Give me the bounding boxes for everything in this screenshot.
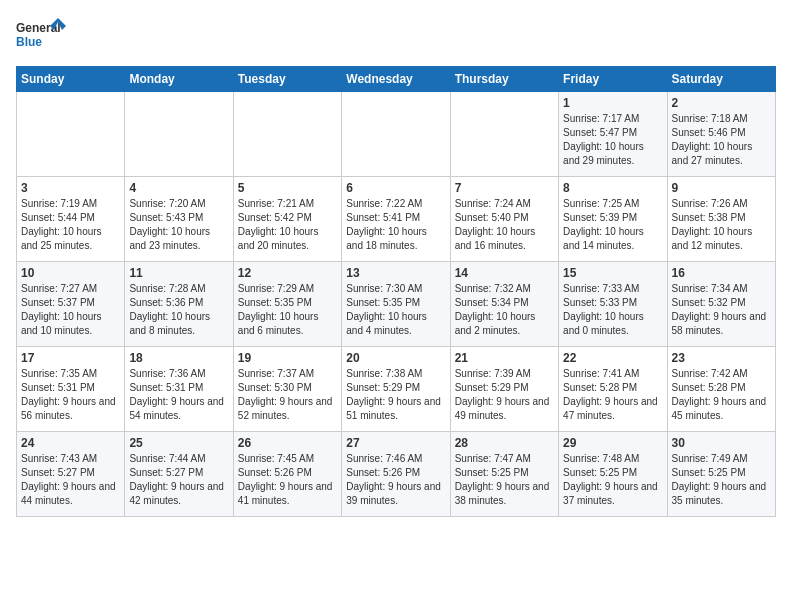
calendar-cell: 9Sunrise: 7:26 AM Sunset: 5:38 PM Daylig… (667, 177, 775, 262)
calendar-cell: 29Sunrise: 7:48 AM Sunset: 5:25 PM Dayli… (559, 432, 667, 517)
day-info: Sunrise: 7:45 AM Sunset: 5:26 PM Dayligh… (238, 452, 337, 508)
day-info: Sunrise: 7:24 AM Sunset: 5:40 PM Dayligh… (455, 197, 554, 253)
calendar-cell: 19Sunrise: 7:37 AM Sunset: 5:30 PM Dayli… (233, 347, 341, 432)
week-row-5: 24Sunrise: 7:43 AM Sunset: 5:27 PM Dayli… (17, 432, 776, 517)
day-info: Sunrise: 7:39 AM Sunset: 5:29 PM Dayligh… (455, 367, 554, 423)
day-number: 6 (346, 181, 445, 195)
weekday-header-tuesday: Tuesday (233, 67, 341, 92)
day-number: 9 (672, 181, 771, 195)
day-number: 18 (129, 351, 228, 365)
calendar-table: SundayMondayTuesdayWednesdayThursdayFrid… (16, 66, 776, 517)
logo: General Blue (16, 16, 66, 58)
day-number: 14 (455, 266, 554, 280)
day-info: Sunrise: 7:41 AM Sunset: 5:28 PM Dayligh… (563, 367, 662, 423)
day-number: 10 (21, 266, 120, 280)
weekday-header-thursday: Thursday (450, 67, 558, 92)
calendar-cell: 17Sunrise: 7:35 AM Sunset: 5:31 PM Dayli… (17, 347, 125, 432)
calendar-cell: 18Sunrise: 7:36 AM Sunset: 5:31 PM Dayli… (125, 347, 233, 432)
day-info: Sunrise: 7:38 AM Sunset: 5:29 PM Dayligh… (346, 367, 445, 423)
day-info: Sunrise: 7:48 AM Sunset: 5:25 PM Dayligh… (563, 452, 662, 508)
weekday-header-friday: Friday (559, 67, 667, 92)
day-info: Sunrise: 7:44 AM Sunset: 5:27 PM Dayligh… (129, 452, 228, 508)
day-info: Sunrise: 7:29 AM Sunset: 5:35 PM Dayligh… (238, 282, 337, 338)
day-info: Sunrise: 7:37 AM Sunset: 5:30 PM Dayligh… (238, 367, 337, 423)
day-number: 3 (21, 181, 120, 195)
day-info: Sunrise: 7:27 AM Sunset: 5:37 PM Dayligh… (21, 282, 120, 338)
calendar-cell: 20Sunrise: 7:38 AM Sunset: 5:29 PM Dayli… (342, 347, 450, 432)
day-number: 25 (129, 436, 228, 450)
day-number: 17 (21, 351, 120, 365)
calendar-cell: 22Sunrise: 7:41 AM Sunset: 5:28 PM Dayli… (559, 347, 667, 432)
calendar-cell: 26Sunrise: 7:45 AM Sunset: 5:26 PM Dayli… (233, 432, 341, 517)
day-number: 22 (563, 351, 662, 365)
day-number: 20 (346, 351, 445, 365)
calendar-cell: 6Sunrise: 7:22 AM Sunset: 5:41 PM Daylig… (342, 177, 450, 262)
day-number: 23 (672, 351, 771, 365)
day-number: 26 (238, 436, 337, 450)
calendar-cell: 11Sunrise: 7:28 AM Sunset: 5:36 PM Dayli… (125, 262, 233, 347)
day-info: Sunrise: 7:32 AM Sunset: 5:34 PM Dayligh… (455, 282, 554, 338)
day-number: 30 (672, 436, 771, 450)
weekday-header-wednesday: Wednesday (342, 67, 450, 92)
calendar-cell: 13Sunrise: 7:30 AM Sunset: 5:35 PM Dayli… (342, 262, 450, 347)
calendar-cell: 4Sunrise: 7:20 AM Sunset: 5:43 PM Daylig… (125, 177, 233, 262)
day-number: 29 (563, 436, 662, 450)
weekday-header-sunday: Sunday (17, 67, 125, 92)
day-info: Sunrise: 7:43 AM Sunset: 5:27 PM Dayligh… (21, 452, 120, 508)
day-number: 15 (563, 266, 662, 280)
day-info: Sunrise: 7:21 AM Sunset: 5:42 PM Dayligh… (238, 197, 337, 253)
day-info: Sunrise: 7:20 AM Sunset: 5:43 PM Dayligh… (129, 197, 228, 253)
day-info: Sunrise: 7:46 AM Sunset: 5:26 PM Dayligh… (346, 452, 445, 508)
day-info: Sunrise: 7:33 AM Sunset: 5:33 PM Dayligh… (563, 282, 662, 338)
day-info: Sunrise: 7:36 AM Sunset: 5:31 PM Dayligh… (129, 367, 228, 423)
calendar-cell: 24Sunrise: 7:43 AM Sunset: 5:27 PM Dayli… (17, 432, 125, 517)
calendar-cell: 1Sunrise: 7:17 AM Sunset: 5:47 PM Daylig… (559, 92, 667, 177)
calendar-cell (17, 92, 125, 177)
logo-icon: General Blue (16, 16, 66, 58)
day-info: Sunrise: 7:25 AM Sunset: 5:39 PM Dayligh… (563, 197, 662, 253)
day-info: Sunrise: 7:26 AM Sunset: 5:38 PM Dayligh… (672, 197, 771, 253)
calendar-cell: 3Sunrise: 7:19 AM Sunset: 5:44 PM Daylig… (17, 177, 125, 262)
calendar-cell: 28Sunrise: 7:47 AM Sunset: 5:25 PM Dayli… (450, 432, 558, 517)
day-info: Sunrise: 7:22 AM Sunset: 5:41 PM Dayligh… (346, 197, 445, 253)
day-info: Sunrise: 7:49 AM Sunset: 5:25 PM Dayligh… (672, 452, 771, 508)
week-row-1: 1Sunrise: 7:17 AM Sunset: 5:47 PM Daylig… (17, 92, 776, 177)
day-info: Sunrise: 7:35 AM Sunset: 5:31 PM Dayligh… (21, 367, 120, 423)
day-info: Sunrise: 7:19 AM Sunset: 5:44 PM Dayligh… (21, 197, 120, 253)
week-row-3: 10Sunrise: 7:27 AM Sunset: 5:37 PM Dayli… (17, 262, 776, 347)
day-number: 19 (238, 351, 337, 365)
calendar-cell: 14Sunrise: 7:32 AM Sunset: 5:34 PM Dayli… (450, 262, 558, 347)
calendar-cell: 25Sunrise: 7:44 AM Sunset: 5:27 PM Dayli… (125, 432, 233, 517)
page-header: General Blue (16, 16, 776, 58)
svg-text:Blue: Blue (16, 35, 42, 49)
day-number: 24 (21, 436, 120, 450)
calendar-cell (342, 92, 450, 177)
day-number: 13 (346, 266, 445, 280)
calendar-cell: 7Sunrise: 7:24 AM Sunset: 5:40 PM Daylig… (450, 177, 558, 262)
calendar-cell: 16Sunrise: 7:34 AM Sunset: 5:32 PM Dayli… (667, 262, 775, 347)
day-info: Sunrise: 7:34 AM Sunset: 5:32 PM Dayligh… (672, 282, 771, 338)
day-number: 7 (455, 181, 554, 195)
calendar-cell: 30Sunrise: 7:49 AM Sunset: 5:25 PM Dayli… (667, 432, 775, 517)
day-number: 8 (563, 181, 662, 195)
week-row-4: 17Sunrise: 7:35 AM Sunset: 5:31 PM Dayli… (17, 347, 776, 432)
day-number: 21 (455, 351, 554, 365)
day-info: Sunrise: 7:17 AM Sunset: 5:47 PM Dayligh… (563, 112, 662, 168)
week-row-2: 3Sunrise: 7:19 AM Sunset: 5:44 PM Daylig… (17, 177, 776, 262)
calendar-cell: 15Sunrise: 7:33 AM Sunset: 5:33 PM Dayli… (559, 262, 667, 347)
calendar-cell: 8Sunrise: 7:25 AM Sunset: 5:39 PM Daylig… (559, 177, 667, 262)
day-number: 11 (129, 266, 228, 280)
calendar-cell (450, 92, 558, 177)
weekday-header-saturday: Saturday (667, 67, 775, 92)
calendar-cell (125, 92, 233, 177)
calendar-cell (233, 92, 341, 177)
calendar-cell: 21Sunrise: 7:39 AM Sunset: 5:29 PM Dayli… (450, 347, 558, 432)
day-number: 12 (238, 266, 337, 280)
calendar-cell: 23Sunrise: 7:42 AM Sunset: 5:28 PM Dayli… (667, 347, 775, 432)
calendar-cell: 5Sunrise: 7:21 AM Sunset: 5:42 PM Daylig… (233, 177, 341, 262)
calendar-cell: 2Sunrise: 7:18 AM Sunset: 5:46 PM Daylig… (667, 92, 775, 177)
day-number: 1 (563, 96, 662, 110)
day-number: 27 (346, 436, 445, 450)
calendar-cell: 27Sunrise: 7:46 AM Sunset: 5:26 PM Dayli… (342, 432, 450, 517)
calendar-cell: 10Sunrise: 7:27 AM Sunset: 5:37 PM Dayli… (17, 262, 125, 347)
